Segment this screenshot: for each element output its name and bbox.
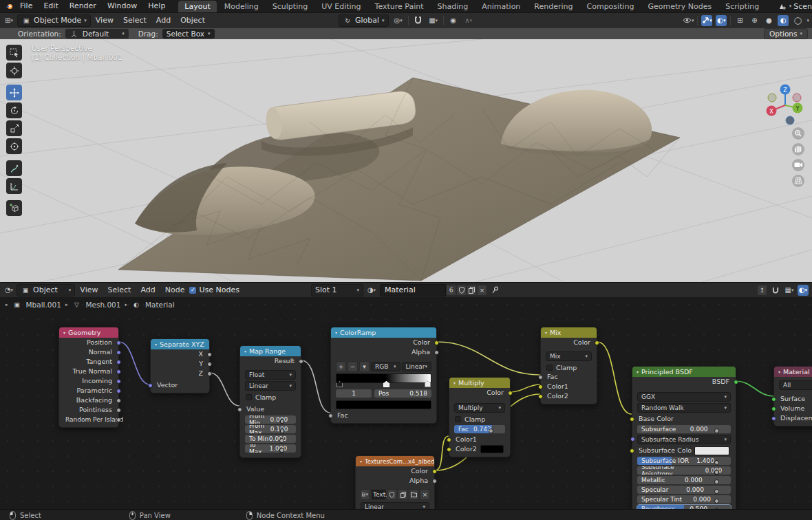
menu-help[interactable]: Help xyxy=(143,0,170,12)
socket-subsurface[interactable] xyxy=(714,429,719,433)
menu-file[interactable]: File xyxy=(15,0,37,12)
metallic-slider[interactable]: Metallic0.000 xyxy=(637,476,731,484)
workspace-tab-uv-editing[interactable]: UV Editing xyxy=(315,1,367,12)
tool-select-box[interactable] xyxy=(6,45,22,61)
snap-target-dropdown[interactable]: ▦▾ xyxy=(428,15,439,26)
node-map-range-header[interactable]: ▾Map Range xyxy=(240,346,301,356)
ne-menu-add[interactable]: Add xyxy=(136,284,160,296)
node-geometry[interactable]: ▾Geometry Position Normal Tangent True N… xyxy=(58,327,119,428)
ramp-stop-0[interactable] xyxy=(336,381,343,387)
socket-multiply-color1[interactable] xyxy=(447,437,451,442)
orientation-default-dropdown[interactable]: Default ▾ xyxy=(65,29,129,39)
image-browse-icon[interactable]: ▾ xyxy=(360,489,370,500)
axis-gizmo[interactable]: Z X Y xyxy=(767,85,803,125)
node-overlays-dropdown[interactable]: ◐▾ xyxy=(798,285,809,296)
to-min-field[interactable]: To Min0.000 xyxy=(245,435,296,443)
map-range-clamp-row[interactable]: Clamp xyxy=(240,392,301,402)
to-max-field[interactable]: To Max1.000 xyxy=(245,444,296,453)
ramp-stop-index-field[interactable]: 1 xyxy=(336,389,372,398)
socket-bsdf[interactable] xyxy=(734,380,738,384)
socket-image-color[interactable] xyxy=(432,469,437,474)
transform-orientation-dropdown[interactable]: ↻ Global ▾ xyxy=(339,14,389,27)
mix-blend-dropdown[interactable]: Mix▾ xyxy=(546,351,592,361)
multiply-fac-slider[interactable]: Fac0.742 xyxy=(454,425,505,433)
socket-specular[interactable] xyxy=(714,489,719,494)
socket-result[interactable] xyxy=(299,359,303,364)
ne-menu-select[interactable]: Select xyxy=(103,284,136,296)
zoom-button[interactable] xyxy=(792,127,804,140)
menu-window[interactable]: Window xyxy=(103,0,142,12)
socket-volume[interactable] xyxy=(771,407,776,411)
node-multiply[interactable]: ▾Multiply Color Multiply▾ Clamp Fac0.742… xyxy=(449,377,511,457)
from-min-field[interactable]: From Min0.000 xyxy=(245,415,296,424)
node-multiply-header[interactable]: ▾Multiply xyxy=(449,378,510,388)
tool-transform[interactable] xyxy=(6,138,22,154)
options-button[interactable]: Options ▾ xyxy=(764,28,808,39)
proportional-editing-toggle[interactable]: ◉ xyxy=(448,15,459,26)
specular-slider[interactable]: Specular0.000 xyxy=(637,486,731,494)
ramp-stop-1[interactable] xyxy=(425,381,431,387)
clamp-checkbox[interactable] xyxy=(546,365,553,371)
socket-ramp-fac[interactable] xyxy=(328,413,333,418)
socket-to-max[interactable] xyxy=(279,448,284,453)
ramp-pos-field[interactable]: Pos0.518 xyxy=(374,389,431,398)
workspace-tab-animation[interactable]: Animation xyxy=(476,1,526,12)
workspace-tab-compositing[interactable]: Compositing xyxy=(581,1,641,12)
parent-node-tree-icon[interactable]: ↥ xyxy=(757,285,767,296)
node-separate-xyz-header[interactable]: ▾Separate XYZ xyxy=(151,339,209,349)
socket-metallic[interactable] xyxy=(714,479,719,484)
shading-rendered-button[interactable]: ◯ xyxy=(792,15,803,26)
pin-icon[interactable] xyxy=(490,285,501,296)
socket-roughness[interactable] xyxy=(714,508,719,510)
remove-stop-button[interactable]: − xyxy=(348,361,358,372)
socket-pointiness[interactable] xyxy=(116,408,121,413)
socket-true-normal[interactable] xyxy=(116,369,121,374)
material-name-field[interactable]: Material xyxy=(380,284,446,296)
socket-multiply-color2[interactable] xyxy=(447,447,451,452)
fake-user-shield-icon[interactable] xyxy=(456,285,467,296)
socket-vector[interactable] xyxy=(148,383,153,388)
ramp-stop-color-swatch[interactable] xyxy=(336,400,431,409)
mode-dropdown[interactable]: ▣ Object Mode ▾ xyxy=(17,14,91,27)
map-range-type-dropdown[interactable]: Float▾ xyxy=(245,370,296,380)
socket-mix-fac[interactable] xyxy=(538,375,543,380)
unlink-material-icon[interactable]: × xyxy=(477,285,487,296)
socket-mix-color1[interactable] xyxy=(538,384,543,389)
workspace-tab-texture-paint[interactable]: Texture Paint xyxy=(369,1,430,12)
workspace-tab-layout[interactable]: Layout xyxy=(178,1,216,12)
vp-menu-add[interactable]: Add xyxy=(151,14,175,27)
duplicate-material-icon[interactable] xyxy=(467,285,477,296)
ne-menu-node[interactable]: Node xyxy=(160,284,190,296)
editor-type-shader-icon[interactable]: ◔▾ xyxy=(3,285,14,296)
specular-tint-slider[interactable]: Specular Tint0.000 xyxy=(637,495,731,503)
overlays-dropdown[interactable]: ◐▾ xyxy=(716,15,727,26)
node-geometry-header[interactable]: ▾Geometry xyxy=(59,327,118,338)
material-users-count[interactable]: 6 xyxy=(446,285,456,296)
node-color-ramp[interactable]: ▾ColorRamp Color Alpha + − ▾ RGB▾ Linear… xyxy=(330,327,437,424)
tool-add-cube[interactable] xyxy=(6,200,22,216)
from-max-field[interactable]: From Max0.100 xyxy=(245,425,296,433)
image-fake-user-shield-icon[interactable] xyxy=(387,489,397,500)
shader-type-dropdown[interactable]: ▣ Object ▾ xyxy=(17,284,75,296)
node-separate-xyz[interactable]: ▾Separate XYZ X Y Z Vector xyxy=(150,338,210,393)
clamp-checkbox[interactable] xyxy=(246,394,252,400)
node-mix-header[interactable]: ▾Mix xyxy=(541,327,597,338)
workspace-tab-sculpting[interactable]: Sculpting xyxy=(266,1,314,12)
pan-hand-button[interactable] xyxy=(792,143,804,155)
axis-neg-y[interactable] xyxy=(768,94,776,102)
menu-edit[interactable]: Edit xyxy=(39,0,63,12)
node-image-texture-header[interactable]: ▾TexturesCom...x4_albedo.jpg xyxy=(356,456,434,466)
breadcrumb-material[interactable]: Material xyxy=(145,301,175,309)
socket-value[interactable] xyxy=(237,407,242,412)
viewport-3d[interactable]: Z X Y User Perspective (1 xyxy=(0,39,812,282)
perspective-toggle-button[interactable] xyxy=(792,175,804,187)
subsurface-slider[interactable]: Subsurface0.000 xyxy=(637,425,731,433)
vp-menu-select[interactable]: Select xyxy=(118,14,151,27)
axis-neg-x[interactable] xyxy=(793,94,801,102)
socket-parametric[interactable] xyxy=(116,389,121,393)
scene-selector[interactable]: ▾ Scen xyxy=(773,0,812,12)
shading-solid-button[interactable]: ● xyxy=(763,15,774,26)
material-browse-icon[interactable]: ◑▾ xyxy=(366,285,377,296)
xray-toggle[interactable]: ⊞ xyxy=(734,15,745,26)
socket-backfacing[interactable] xyxy=(116,398,121,403)
